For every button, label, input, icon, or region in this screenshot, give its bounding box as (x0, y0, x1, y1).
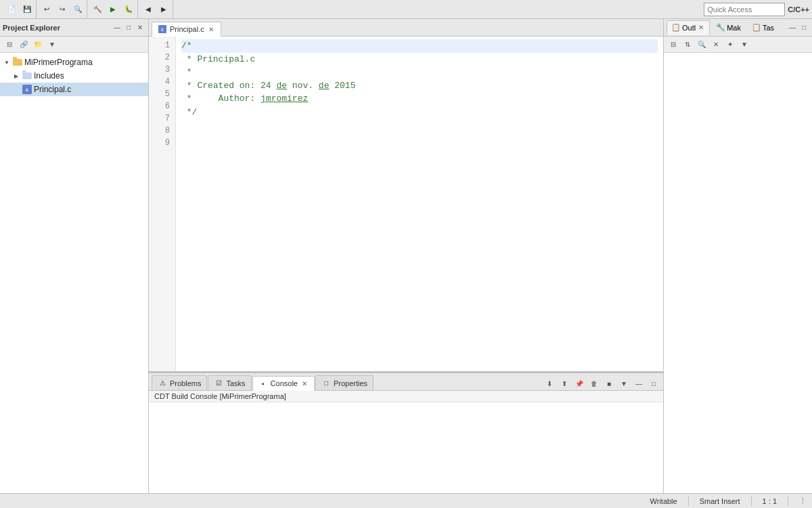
terminate-button[interactable]: ■ (602, 377, 616, 390)
toolbar-group-edit: ↩ ↪ 🔍 (38, 0, 87, 18)
tree-arrow-root: ▼ (3, 58, 11, 66)
perspective-label: C/C++ (788, 5, 809, 14)
right-panel-content (664, 53, 812, 493)
pin-console-button[interactable]: 📌 (572, 377, 586, 390)
panel-controls: — □ ✕ (112, 22, 145, 33)
make-label: Mak (727, 24, 741, 32)
folder-icon-root (12, 57, 23, 68)
minimize-bottom-button[interactable]: — (632, 377, 646, 390)
explorer-more-button[interactable]: ▼ (45, 38, 59, 51)
right-tab-make[interactable]: 🔧 Mak (711, 20, 746, 35)
outline-collapse-button[interactable]: ⊟ (667, 38, 680, 51)
tab-tasks-label: Tasks (226, 379, 245, 387)
outline-sort-button[interactable]: ⇅ (681, 38, 694, 51)
editor-area[interactable]: 1 2 3 4 5 6 7 8 9 /* * Principal.c * * C… (149, 37, 663, 371)
tree-label-root: MiPrimerPrograma (24, 58, 93, 67)
bottom-section: ⚠ Problems ☑ Tasks ▪ Console ✕ □ Propert… (149, 371, 663, 493)
scroll-lock-button[interactable]: ⬇ (543, 377, 556, 390)
debug-button[interactable]: 🐛 (121, 2, 136, 17)
redo-button[interactable]: ↪ (55, 2, 70, 17)
run-button[interactable]: ▶ (106, 2, 120, 17)
status-writable: Writable (650, 497, 677, 505)
scroll-up-button[interactable]: ⬆ (558, 377, 571, 390)
back-button[interactable]: ◀ (141, 2, 156, 17)
clear-console-button[interactable]: 🗑 (587, 377, 601, 390)
new-button[interactable]: 📄 (4, 2, 19, 17)
link-editor-button[interactable]: 🔗 (17, 38, 30, 51)
collapse-all-button[interactable]: ⊟ (3, 38, 16, 51)
maximize-right-button[interactable]: □ (798, 22, 809, 33)
quick-access-input[interactable] (704, 3, 785, 16)
toolbar-group-nav: ◀ ▶ (139, 0, 173, 18)
tasks-icon: ☑ (214, 379, 223, 388)
outline-filter-button[interactable]: 🔍 (695, 38, 708, 51)
line-numbers: 1 2 3 4 5 6 7 8 9 (149, 37, 176, 371)
outline-label: Outl (682, 24, 696, 32)
outline-toggle-button[interactable]: ▼ (738, 38, 751, 51)
tab-close-button[interactable]: ✕ (207, 25, 215, 33)
console-tab-close[interactable]: ✕ (300, 379, 309, 387)
maximize-bottom-button[interactable]: □ (647, 377, 660, 390)
center-area: c Principal.c ✕ 1 2 3 4 5 6 7 8 9 (149, 19, 663, 493)
main-area: Project Explorer — □ ✕ ⊟ 🔗 📁 ▼ ▼ MiPrime… (0, 19, 812, 493)
tab-principal-c-label: Principal.c (170, 25, 204, 33)
tab-console-label: Console (271, 379, 298, 387)
code-editor[interactable]: 1 2 3 4 5 6 7 8 9 /* * Principal.c * * C… (149, 37, 663, 371)
tab-problems-label: Problems (170, 379, 201, 387)
minimize-right-button[interactable]: — (787, 22, 798, 33)
right-panel-controls: — □ (787, 22, 809, 33)
c-file-icon: c (22, 84, 32, 95)
right-panel-toolbar: ⊟ ⇅ 🔍 ✕ ✦ ▼ (664, 37, 812, 53)
tab-properties[interactable]: □ Properties (315, 375, 374, 390)
status-divider-2 (751, 496, 752, 506)
right-panel-header: 📋 Outl ✕ 🔧 Mak 📋 Tas — □ (664, 19, 812, 37)
perspective-switcher[interactable]: C/C++ (788, 5, 809, 14)
tab-console[interactable]: ▪ Console ✕ (252, 376, 315, 391)
right-tab-outline[interactable]: 📋 Outl ✕ (667, 20, 710, 35)
main-toolbar: 📄 💾 ↩ ↪ 🔍 🔨 ▶ 🐛 ◀ ▶ C/C++ (0, 0, 812, 19)
tab-principal-c[interactable]: c Principal.c ✕ (152, 22, 221, 37)
maximize-panel-button[interactable]: □ (123, 22, 134, 33)
tree-label-principal-c: Principal.c (34, 85, 71, 94)
code-content[interactable]: /* * Principal.c * * Created on: 24 de n… (176, 37, 663, 371)
status-divider-3 (788, 496, 788, 506)
tree-item-includes[interactable]: ▶ Includes (0, 69, 148, 83)
properties-icon: □ (321, 379, 331, 388)
forward-button[interactable]: ▶ (156, 2, 171, 17)
status-more[interactable]: ⋮ (799, 496, 807, 505)
tree-item-principal-c[interactable]: ▶ c Principal.c (0, 83, 148, 96)
project-explorer-title: Project Explorer (3, 24, 109, 32)
build-button[interactable]: 🔨 (90, 2, 105, 17)
console-options-button[interactable]: ▼ (617, 377, 631, 390)
status-bar: Writable Smart Insert 1 : 1 ⋮ (0, 493, 812, 508)
quick-access-area: C/C++ (704, 3, 809, 16)
right-tab-tasks[interactable]: 📋 Tas (747, 20, 779, 35)
folder-includes-icon (22, 70, 32, 81)
tab-tasks[interactable]: ☑ Tasks (208, 375, 251, 390)
save-button[interactable]: 💾 (20, 2, 35, 17)
problems-icon: ⚠ (158, 379, 167, 388)
tasks2-label: Tas (763, 24, 774, 32)
tab-problems[interactable]: ⚠ Problems (152, 375, 207, 390)
make-icon: 🔧 (716, 23, 725, 32)
minimize-panel-button[interactable]: — (112, 22, 122, 33)
outline-more-button[interactable]: ✕ (709, 38, 723, 51)
explorer-toolbar: ⊟ 🔗 📁 ▼ (0, 37, 148, 53)
editor-tabs: c Principal.c ✕ (149, 19, 663, 37)
outline-settings-button[interactable]: ✦ (723, 38, 737, 51)
bottom-tabs: ⚠ Problems ☑ Tasks ▪ Console ✕ □ Propert… (149, 373, 663, 391)
tree-label-includes: Includes (34, 71, 64, 81)
tab-properties-label: Properties (334, 379, 367, 387)
tree-item-root[interactable]: ▼ MiPrimerPrograma (0, 56, 148, 69)
undo-button[interactable]: ↩ (39, 2, 54, 17)
tree-arrow-includes: ▶ (12, 72, 20, 80)
search-button[interactable]: 🔍 (70, 2, 85, 17)
tasks2-icon: 📋 (752, 23, 761, 32)
console-content[interactable] (149, 402, 663, 493)
right-panel: 📋 Outl ✕ 🔧 Mak 📋 Tas — □ ⊟ ⇅ 🔍 ✕ ✦ ▼ (663, 19, 812, 493)
close-panel-button[interactable]: ✕ (135, 22, 145, 33)
status-cursor: 1 : 1 (763, 497, 777, 505)
console-header: CDT Build Console [MiPrimerPrograma] (149, 391, 663, 402)
new-folder-button[interactable]: 📁 (31, 38, 45, 51)
outline-close[interactable]: ✕ (697, 24, 705, 32)
